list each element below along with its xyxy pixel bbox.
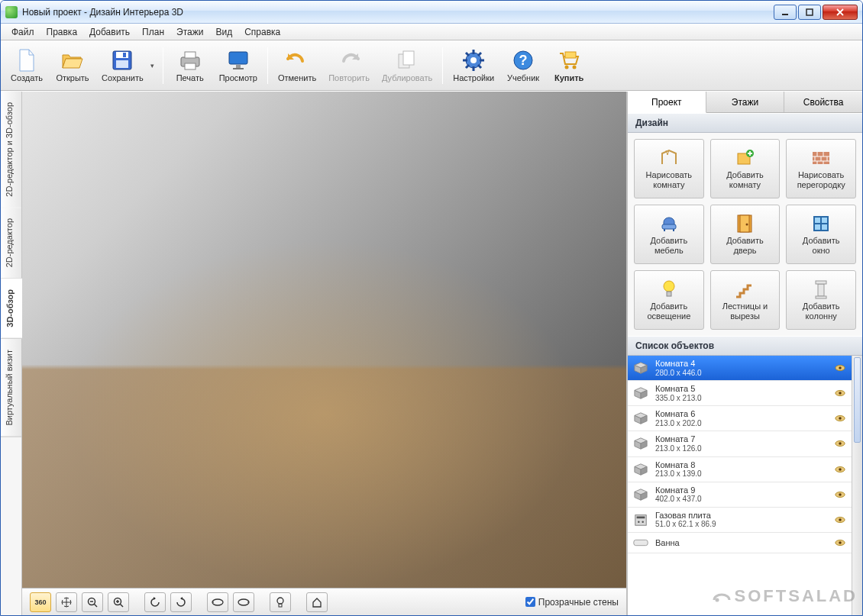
buy-button[interactable]: Купить bbox=[548, 44, 590, 88]
tile-add-room[interactable]: Добавитькомнату bbox=[710, 139, 781, 198]
app-icon bbox=[5, 6, 18, 18]
sidetab-2d[interactable]: 2D-редактор bbox=[1, 208, 21, 279]
tile-draw-room[interactable]: Нарисоватькомнату bbox=[634, 139, 704, 198]
object-row[interactable]: Комната 6213.0 x 202.0 bbox=[628, 406, 852, 431]
visibility-eye-icon[interactable] bbox=[835, 539, 845, 547]
3d-scene[interactable] bbox=[22, 92, 626, 588]
object-icon bbox=[632, 536, 649, 550]
duplicate-button[interactable]: Дублировать bbox=[377, 44, 437, 88]
tile-stairs[interactable]: Лестницы ивырезы bbox=[710, 270, 781, 330]
object-list-scrollbar[interactable] bbox=[852, 356, 862, 615]
preview-label: Просмотр bbox=[219, 73, 257, 82]
visibility-eye-icon[interactable] bbox=[835, 389, 845, 397]
svg-point-25 bbox=[277, 598, 283, 604]
svg-rect-1 bbox=[806, 9, 813, 15]
tile-label: Добавитьмебель bbox=[651, 236, 688, 255]
tile-label: Нарисоватькомнату bbox=[646, 170, 692, 189]
object-row[interactable]: Комната 5335.0 x 213.0 bbox=[628, 381, 852, 406]
svg-point-51 bbox=[839, 493, 842, 496]
window-buttons bbox=[772, 5, 858, 20]
menu-help[interactable]: Справка bbox=[238, 25, 286, 39]
svg-text:?: ? bbox=[519, 53, 528, 68]
visibility-eye-icon[interactable] bbox=[835, 516, 845, 524]
objects-header: Список объектов bbox=[628, 336, 862, 356]
menu-floors[interactable]: Этажи bbox=[170, 25, 209, 39]
tab-project[interactable]: Проект bbox=[628, 92, 706, 113]
svg-rect-5 bbox=[116, 60, 128, 68]
tile-add-window[interactable]: Добавитьокно bbox=[786, 205, 856, 264]
svg-point-55 bbox=[642, 521, 644, 523]
transparent-walls-check[interactable]: Прозрачные стены bbox=[525, 597, 619, 608]
side-tabs: 2D-редактор и 3D-обзор 2D-редактор 3D-об… bbox=[1, 92, 22, 615]
menu-view[interactable]: Вид bbox=[209, 25, 238, 39]
tile-draw-partition[interactable]: Нарисоватьперегородку bbox=[786, 139, 856, 198]
svg-rect-7 bbox=[185, 52, 196, 58]
tile-add-furniture[interactable]: Добавитьмебель bbox=[634, 205, 704, 264]
object-row[interactable]: Газовая плита51.0 x 62.1 x 86.9 bbox=[628, 508, 852, 533]
svg-rect-39 bbox=[816, 296, 826, 298]
object-row[interactable]: Комната 7213.0 x 126.0 bbox=[628, 431, 852, 456]
svg-rect-37 bbox=[818, 284, 824, 296]
sidetab-virtual[interactable]: Виртуальный визит bbox=[1, 339, 21, 437]
visibility-eye-icon[interactable] bbox=[835, 466, 845, 473]
svg-rect-0 bbox=[782, 14, 788, 15]
object-row[interactable]: Ванна bbox=[628, 533, 852, 553]
rotate-right-button[interactable] bbox=[170, 592, 192, 612]
new-button[interactable]: Создать bbox=[5, 44, 48, 88]
zoom-in-button[interactable] bbox=[108, 592, 129, 612]
object-row[interactable]: Комната 8213.0 x 139.0 bbox=[628, 457, 852, 482]
object-list-inner[interactable]: Комната 4280.0 x 446.0Комната 5335.0 x 2… bbox=[628, 356, 852, 615]
menu-add[interactable]: Добавить bbox=[83, 25, 136, 39]
settings-label: Настройки bbox=[453, 73, 494, 82]
rotate-left-button[interactable] bbox=[144, 592, 166, 612]
minimize-button[interactable] bbox=[774, 5, 797, 20]
menu-file[interactable]: Файл bbox=[5, 25, 40, 39]
svg-rect-10 bbox=[236, 65, 241, 68]
svg-rect-13 bbox=[403, 51, 414, 65]
view-360-button[interactable]: 360 bbox=[30, 592, 51, 612]
sidetab-3d[interactable]: 3D-обзор bbox=[1, 279, 22, 339]
visibility-eye-icon[interactable] bbox=[835, 414, 845, 422]
object-row[interactable]: Комната 9402.0 x 437.0 bbox=[628, 482, 852, 508]
menu-edit[interactable]: Правка bbox=[40, 25, 84, 39]
sidetab-combo[interactable]: 2D-редактор и 3D-обзор bbox=[1, 92, 21, 208]
undo-button[interactable]: Отменить bbox=[273, 44, 321, 88]
orbit-left-button[interactable] bbox=[207, 592, 228, 612]
tile-add-column[interactable]: Добавитьколонну bbox=[786, 270, 856, 330]
workspace: 2D-редактор и 3D-обзор 2D-редактор 3D-об… bbox=[1, 92, 862, 615]
orbit-right-button[interactable] bbox=[233, 592, 254, 612]
redo-icon bbox=[338, 49, 360, 72]
pan-button[interactable] bbox=[56, 592, 77, 612]
redo-button[interactable]: Повторить bbox=[324, 44, 374, 88]
open-button[interactable]: Открыть bbox=[51, 44, 94, 88]
panel-tabs: Проект Этажи Свойства bbox=[628, 92, 862, 113]
preview-button[interactable]: Просмотр bbox=[215, 44, 262, 88]
transparent-walls-input[interactable] bbox=[525, 597, 535, 607]
zoom-out-button[interactable] bbox=[82, 592, 103, 612]
save-dropdown[interactable]: ▾ bbox=[148, 44, 157, 88]
light-toggle-button[interactable] bbox=[270, 592, 291, 612]
visibility-eye-icon[interactable] bbox=[835, 364, 845, 372]
visibility-eye-icon[interactable] bbox=[835, 440, 845, 447]
add-light-icon bbox=[661, 279, 677, 300]
tile-add-door[interactable]: Добавитьдверь bbox=[710, 205, 781, 264]
object-row[interactable]: Комната 4280.0 x 446.0 bbox=[628, 356, 852, 381]
help-button[interactable]: ? Учебник bbox=[502, 44, 545, 88]
undo-icon bbox=[286, 49, 309, 72]
maximize-button[interactable] bbox=[798, 5, 821, 20]
save-button[interactable]: Сохранить bbox=[97, 44, 148, 88]
settings-button[interactable]: Настройки bbox=[448, 44, 499, 88]
tile-add-light[interactable]: Добавитьосвещение bbox=[634, 270, 704, 330]
tab-floors[interactable]: Этажи bbox=[706, 92, 785, 112]
tab-properties[interactable]: Свойства bbox=[784, 92, 862, 112]
menu-plan[interactable]: План bbox=[136, 25, 170, 39]
floppy-icon bbox=[111, 49, 134, 72]
object-text: Комната 9402.0 x 437.0 bbox=[655, 485, 829, 504]
close-button[interactable] bbox=[823, 5, 858, 20]
home-view-button[interactable] bbox=[306, 592, 328, 612]
visibility-eye-icon[interactable] bbox=[835, 491, 845, 498]
print-button[interactable]: Печать bbox=[169, 44, 212, 88]
svg-point-54 bbox=[638, 521, 640, 523]
svg-point-33 bbox=[746, 224, 748, 226]
object-list: Комната 4280.0 x 446.0Комната 5335.0 x 2… bbox=[628, 356, 862, 615]
